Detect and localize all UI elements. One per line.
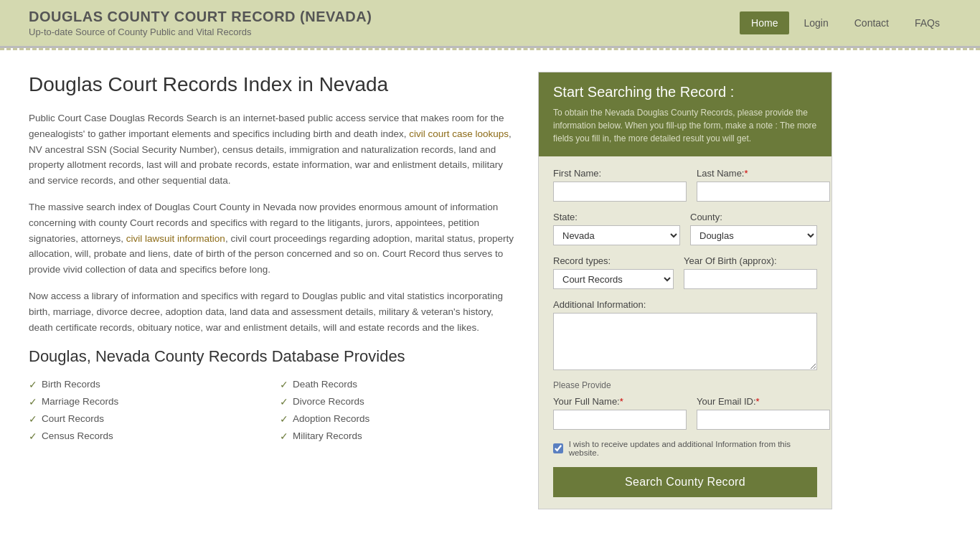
year-of-birth-label: Year Of Birth (approx): <box>684 255 817 266</box>
list-item: ✓ Birth Records <box>29 379 265 390</box>
state-county-row: State: Nevada Alabama Alaska Arizona Ark… <box>553 212 817 245</box>
paragraph-1: Public Court Case Douglas Records Search… <box>29 110 517 188</box>
nav-home[interactable]: Home <box>740 11 789 34</box>
civil-lawsuit-link[interactable]: civil lawsuit information <box>126 233 225 244</box>
year-of-birth-input[interactable] <box>684 269 817 289</box>
main-content: Douglas Court Records Index in Nevada Pu… <box>0 50 980 531</box>
check-icon: ✓ <box>29 379 37 390</box>
nav-contact[interactable]: Contact <box>843 11 900 34</box>
left-content: Douglas Court Records Index in Nevada Pu… <box>29 72 517 509</box>
list-item: ✓ Census Records <box>29 430 265 442</box>
last-name-required: * <box>744 168 748 179</box>
last-name-label: Last Name:* <box>697 168 830 179</box>
email-required: * <box>756 396 760 407</box>
check-icon: ✓ <box>29 430 37 442</box>
search-county-record-button[interactable]: Search County Record <box>553 467 817 497</box>
record-label: Court Records <box>42 413 104 424</box>
record-label: Military Records <box>293 430 362 441</box>
state-label: State: <box>553 212 680 222</box>
paragraph-3: Now access a library of information and … <box>29 288 517 335</box>
personal-info-row: Your Full Name:* Your Email ID:* <box>553 396 817 430</box>
record-types-label: Record types: <box>553 255 674 266</box>
section-heading: Douglas, Nevada County Records Database … <box>29 347 517 367</box>
check-icon: ✓ <box>280 396 288 408</box>
first-name-group: First Name: <box>553 168 687 202</box>
list-item: ✓ Court Records <box>29 413 265 425</box>
newsletter-checkbox[interactable] <box>553 443 563 453</box>
record-type-group: Record types: Court Records Birth Record… <box>553 255 674 289</box>
site-header: DOUGLAS COUNTY COURT RECORD (NEVADA) Up-… <box>0 0 980 48</box>
full-name-input[interactable] <box>553 410 687 430</box>
newsletter-label: I wish to receive updates and additional… <box>569 440 817 457</box>
county-select[interactable]: Douglas Clark Washoe Lyon <box>690 225 817 245</box>
year-of-birth-group: Year Of Birth (approx): <box>684 255 817 289</box>
name-row: First Name: Last Name:* <box>553 168 817 202</box>
county-label: County: <box>690 212 817 222</box>
list-item: ✓ Marriage Records <box>29 396 265 408</box>
nav-login[interactable]: Login <box>792 11 839 34</box>
please-provide-label: Please Provide <box>553 380 817 390</box>
full-name-required: * <box>620 396 623 407</box>
site-title: DOUGLAS COUNTY COURT RECORD (NEVADA) <box>29 9 372 25</box>
form-header: Start Searching the Record : To obtain t… <box>539 72 831 156</box>
full-name-group: Your Full Name:* <box>553 396 687 430</box>
state-group: State: Nevada Alabama Alaska Arizona Ark… <box>553 212 680 245</box>
site-subtitle: Up-to-date Source of County Public and V… <box>29 27 372 37</box>
check-icon: ✓ <box>280 379 288 390</box>
records-list: ✓ Birth Records ✓ Death Records ✓ Marria… <box>29 379 517 442</box>
list-item: ✓ Death Records <box>280 379 517 390</box>
list-item: ✓ Adoption Records <box>280 413 517 425</box>
email-group: Your Email ID:* <box>697 396 830 430</box>
list-item: ✓ Divorce Records <box>280 396 517 408</box>
first-name-label: First Name: <box>553 168 687 179</box>
last-name-group: Last Name:* <box>697 168 830 202</box>
check-icon: ✓ <box>29 413 37 425</box>
full-name-label: Your Full Name:* <box>553 396 687 407</box>
email-label: Your Email ID:* <box>697 396 830 407</box>
first-name-input[interactable] <box>553 182 687 202</box>
check-icon: ✓ <box>29 396 37 408</box>
check-icon: ✓ <box>280 413 288 425</box>
record-label: Adoption Records <box>293 413 369 424</box>
email-input[interactable] <box>697 410 830 430</box>
county-group: County: Douglas Clark Washoe Lyon <box>690 212 817 245</box>
form-header-title: Start Searching the Record : <box>553 84 817 100</box>
nav-faqs[interactable]: FAQs <box>903 11 951 34</box>
check-icon: ✓ <box>280 430 288 442</box>
record-label: Birth Records <box>42 379 100 390</box>
main-nav: Home Login Contact FAQs <box>740 11 951 34</box>
search-form-panel: Start Searching the Record : To obtain t… <box>538 72 832 509</box>
additional-info-textarea[interactable] <box>553 313 817 370</box>
form-body: First Name: Last Name:* State: Nevada Al… <box>539 156 831 509</box>
record-type-select[interactable]: Court Records Birth Records Marriage Rec… <box>553 269 674 289</box>
state-select[interactable]: Nevada Alabama Alaska Arizona Arkansas C… <box>553 225 680 245</box>
header-branding: DOUGLAS COUNTY COURT RECORD (NEVADA) Up-… <box>29 9 372 37</box>
civil-court-link[interactable]: civil court case lookups <box>409 128 509 139</box>
record-label: Census Records <box>42 430 113 441</box>
additional-info-label: Additional Information: <box>553 299 817 310</box>
form-header-desc: To obtain the Nevada Douglas County Reco… <box>553 106 817 145</box>
additional-info-group: Additional Information: <box>553 299 817 370</box>
last-name-input[interactable] <box>697 182 830 202</box>
newsletter-checkbox-row: I wish to receive updates and additional… <box>553 440 817 457</box>
paragraph-2: The massive search index of Douglas Cour… <box>29 199 517 277</box>
record-type-year-row: Record types: Court Records Birth Record… <box>553 255 817 289</box>
record-label: Marriage Records <box>42 396 118 407</box>
list-item: ✓ Military Records <box>280 430 517 442</box>
record-label: Death Records <box>293 379 357 390</box>
record-label: Divorce Records <box>293 396 364 407</box>
main-heading: Douglas Court Records Index in Nevada <box>29 72 517 98</box>
